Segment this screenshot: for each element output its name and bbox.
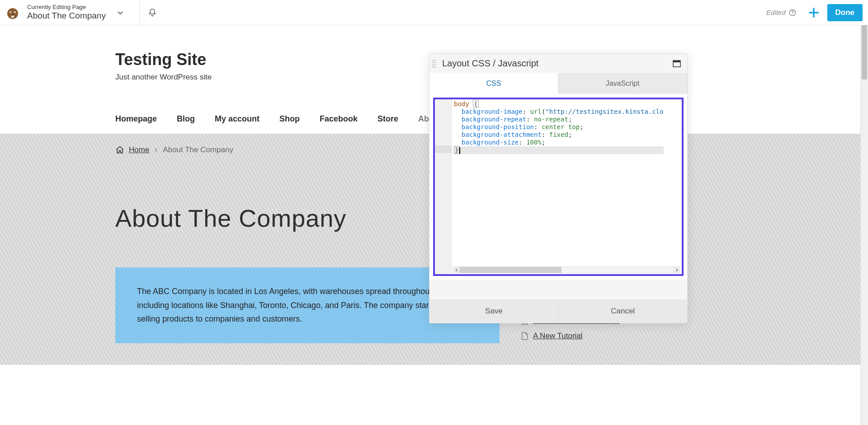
- nav-item[interactable]: Blog: [177, 114, 195, 134]
- page-scrollbar-thumb[interactable]: [862, 25, 867, 79]
- content-text: The ABC Company is located in Los Angele…: [137, 287, 469, 323]
- scroll-right-icon[interactable]: [673, 267, 679, 273]
- chevron-right-icon: [154, 148, 158, 152]
- nav-item[interactable]: Shop: [279, 114, 300, 134]
- editing-label: Currently Editing Page: [27, 4, 106, 11]
- nav-item[interactable]: Facebook: [320, 114, 358, 134]
- home-icon: [115, 145, 124, 154]
- notifications-button[interactable]: [140, 0, 165, 25]
- horizontal-scrollbar[interactable]: [453, 266, 680, 273]
- tab-javascript[interactable]: JavaScript: [558, 73, 687, 94]
- breadcrumb-current: About The Company: [163, 145, 233, 154]
- plus-icon: [807, 6, 820, 19]
- editing-block: Currently Editing Page About The Company: [27, 4, 106, 21]
- editing-title: About The Company: [27, 11, 106, 21]
- done-button[interactable]: Done: [827, 4, 863, 21]
- page-scrollbar[interactable]: [860, 25, 868, 365]
- window-icon: [673, 60, 681, 67]
- code-editor[interactable]: body { background-image: url("http://tes…: [433, 98, 684, 276]
- layout-css-panel: Layout CSS / Javascript CSS JavaScript b…: [429, 54, 687, 323]
- topbar: Currently Editing Page About The Company…: [0, 0, 868, 25]
- nav-item[interactable]: Store: [377, 114, 398, 134]
- topbar-left: Currently Editing Page About The Company: [2, 0, 140, 25]
- help-icon[interactable]: [788, 9, 797, 17]
- bell-icon: [147, 8, 157, 18]
- code-gutter: [435, 99, 452, 274]
- tab-css[interactable]: CSS: [429, 73, 558, 94]
- code-lines[interactable]: body { background-image: url("http://tes…: [452, 99, 665, 274]
- sidebar-link-row: A New Tutorial: [521, 332, 753, 341]
- sidebar-link[interactable]: A New Tutorial: [533, 332, 583, 341]
- panel-footer: Save Cancel: [429, 299, 687, 323]
- drag-handle-icon[interactable]: [432, 60, 439, 68]
- panel-body: body { background-image: url("http://tes…: [429, 94, 687, 280]
- cancel-button[interactable]: Cancel: [559, 299, 688, 323]
- panel-tabs: CSS JavaScript: [429, 73, 687, 94]
- panel-maximize-button[interactable]: [673, 60, 681, 67]
- breadcrumb-home[interactable]: Home: [129, 145, 149, 154]
- beaver-logo[interactable]: [2, 2, 24, 23]
- page-switcher-chevron[interactable]: [109, 0, 131, 25]
- panel-header[interactable]: Layout CSS / Javascript: [429, 54, 687, 73]
- document-icon: [521, 332, 528, 340]
- add-content-button[interactable]: [805, 6, 823, 19]
- nav-item[interactable]: My account: [215, 114, 259, 134]
- svg-rect-11: [673, 61, 680, 62]
- svg-point-9: [792, 14, 793, 14]
- svg-point-4: [14, 12, 15, 13]
- save-button[interactable]: Save: [429, 299, 559, 323]
- nav-item[interactable]: Homepage: [115, 114, 157, 134]
- svg-point-3: [10, 12, 11, 13]
- edited-text: Edited: [766, 9, 786, 16]
- scrollbar-thumb[interactable]: [460, 267, 561, 273]
- panel-title: Layout CSS / Javascript: [442, 58, 673, 69]
- svg-point-7: [12, 14, 14, 15]
- chevron-down-icon: [117, 9, 124, 16]
- page-wrap: Testing Site Just another WordPress site…: [0, 25, 868, 365]
- edited-indicator: Edited: [766, 9, 797, 17]
- scroll-left-icon[interactable]: [453, 267, 460, 273]
